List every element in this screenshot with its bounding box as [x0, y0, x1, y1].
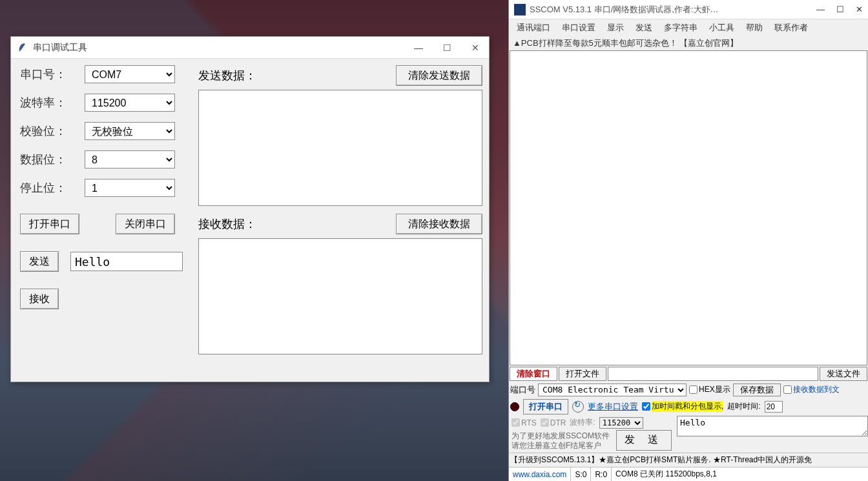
parity-select[interactable]: 无校验位: [85, 122, 175, 140]
menu-serial-settings[interactable]: 串口设置: [562, 22, 595, 34]
status-url[interactable]: www.daxia.com: [509, 467, 571, 481]
menu-contact[interactable]: 联系作者: [774, 22, 808, 34]
baud-combo[interactable]: 115200: [599, 417, 643, 429]
recv-data-textarea[interactable]: [198, 238, 482, 354]
maximize-button[interactable]: ☐: [836, 5, 844, 14]
send-data-textarea[interactable]: [198, 90, 482, 206]
sscom-icon: [514, 4, 526, 15]
port-combo[interactable]: COM8 Electronic Team Virtu: [538, 384, 687, 396]
status-bar: www.daxia.com S:0 R:0 COM8 已关闭 115200bps…: [509, 467, 868, 481]
rts-checkbox[interactable]: RTS: [512, 418, 537, 427]
baud-label: 波特率:: [570, 417, 595, 428]
more-settings-link[interactable]: 更多串口设置: [588, 401, 638, 413]
sscom-titlebar[interactable]: SSCOM V5.13.1 串口/网络数据调试器,作者:大虾… — ☐ ✕: [509, 0, 868, 19]
dtr-checkbox[interactable]: DTR: [541, 418, 566, 427]
baud-select[interactable]: 115200: [85, 94, 175, 112]
databits-select[interactable]: 8: [85, 150, 175, 169]
app-icon: [17, 43, 28, 53]
status-com: COM8 已关闭 115200bps,8,1: [612, 467, 868, 481]
sscom-title: SSCOM V5.13.1 串口/网络数据调试器,作者:大虾…: [530, 4, 816, 15]
baud-label: 波特率：: [20, 95, 85, 110]
port-label: 串口号：: [20, 67, 85, 82]
open-file-button[interactable]: 打开文件: [559, 367, 606, 381]
footer-ad[interactable]: 【升级到SSCOM5.13.1】★嘉立创PCB打样SMT贴片服务. ★RT-Th…: [509, 453, 868, 467]
stopbits-label: 停止位：: [20, 180, 85, 196]
maximize-button[interactable]: ☐: [440, 43, 454, 53]
receive-textarea[interactable]: [510, 50, 867, 365]
titlebar[interactable]: 串口调试工具 — ☐ ✕: [11, 37, 489, 59]
menu-comm-port[interactable]: 通讯端口: [517, 22, 550, 34]
receive-button[interactable]: 接收: [20, 289, 59, 309]
databits-label: 数据位：: [20, 152, 85, 167]
clear-window-button[interactable]: 清除窗口: [510, 367, 557, 381]
stopbits-select[interactable]: 1: [85, 179, 175, 197]
menu-multistring[interactable]: 多字符串: [664, 22, 698, 34]
window-title: 串口调试工具: [33, 42, 411, 54]
refresh-icon[interactable]: [572, 401, 584, 413]
send-data-label: 发送数据：: [198, 68, 256, 83]
menu-bar: 通讯端口 串口设置 显示 发送 多字符串 小工具 帮助 联系作者: [509, 19, 868, 36]
register-note: 为了更好地发展SSCOM软件 请您注册嘉立创F结尾客户: [509, 430, 616, 453]
minimize-button[interactable]: —: [816, 5, 825, 14]
serial-tool-window: 串口调试工具 — ☐ ✕ 串口号： COM7 波特率： 115200 校验位： …: [10, 36, 490, 382]
close-port-button[interactable]: 关闭串口: [116, 214, 175, 234]
recv-to-file-checkbox[interactable]: 接收数据到文: [783, 384, 840, 395]
sscom-window: SSCOM V5.13.1 串口/网络数据调试器,作者:大虾… — ☐ ✕ 通讯…: [508, 0, 868, 481]
close-button[interactable]: ✕: [468, 43, 482, 53]
port-select[interactable]: COM7: [85, 65, 175, 83]
port-label: 端口号: [510, 384, 535, 396]
timestamp-checkbox[interactable]: 加时间戳和分包显示,: [642, 401, 723, 412]
close-button[interactable]: ✕: [856, 5, 863, 14]
file-path-input[interactable]: [608, 367, 818, 381]
recv-data-label: 接收数据：: [198, 216, 256, 232]
timeout-label: 超时时间:: [727, 401, 760, 412]
clear-send-button[interactable]: 清除发送数据: [396, 65, 482, 86]
menu-send[interactable]: 发送: [636, 22, 652, 34]
send-button[interactable]: 发送: [20, 251, 59, 272]
minimize-button[interactable]: —: [411, 43, 426, 53]
send-textarea[interactable]: [677, 416, 868, 436]
status-led-icon: [510, 402, 519, 411]
parity-label: 校验位：: [20, 123, 85, 139]
status-recv: R:0: [591, 467, 612, 481]
menu-display[interactable]: 显示: [607, 22, 624, 34]
send-input[interactable]: [70, 252, 183, 271]
save-data-button[interactable]: 保存数据: [733, 384, 781, 396]
open-port-button[interactable]: 打开串口: [523, 399, 568, 414]
send-file-button[interactable]: 发送文件: [820, 367, 867, 381]
ad-banner[interactable]: ▲PCB打样降至每款5元顺丰包邮可选杂色！ 【嘉立创官网】: [509, 36, 868, 50]
hex-show-checkbox[interactable]: HEX显示: [689, 384, 730, 395]
timeout-input[interactable]: [765, 401, 783, 413]
status-sent: S:0: [571, 467, 591, 481]
send-button[interactable]: 发 送: [616, 430, 672, 451]
clear-recv-button[interactable]: 清除接收数据: [396, 214, 482, 234]
menu-tools[interactable]: 小工具: [709, 22, 734, 34]
open-port-button[interactable]: 打开串口: [20, 214, 79, 234]
menu-help[interactable]: 帮助: [746, 22, 763, 34]
